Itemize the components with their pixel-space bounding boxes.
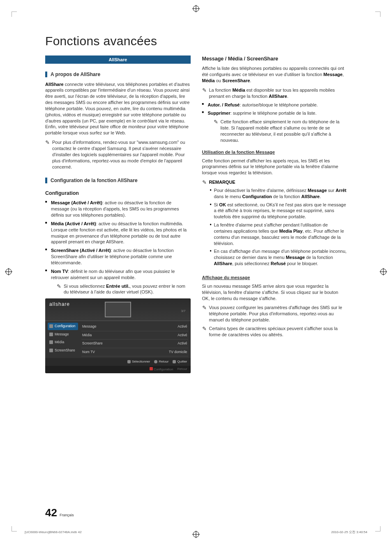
allshare-sidebar: Configuration Message Média ScreenShare xyxy=(48,323,78,356)
heading-bar-icon xyxy=(45,178,47,183)
enter-icon xyxy=(127,360,131,363)
note-icon: ✎ xyxy=(202,305,207,323)
config-item-screenshare: ScreenShare (Activé / Arrêt): active ou … xyxy=(45,247,191,266)
note-icon: ✎ xyxy=(45,139,50,170)
section-pill-allshare: AllShare xyxy=(45,55,191,64)
note-icon: ✎ xyxy=(57,283,61,296)
registration-mark-right xyxy=(380,268,387,275)
page-number: 42 Français xyxy=(45,506,74,520)
return-icon xyxy=(154,360,157,363)
sidebar-item-media[interactable]: Média xyxy=(48,339,78,346)
note-icon: ✎ xyxy=(202,179,207,269)
heading-utilisation-message: Utilisation de la fonction Message xyxy=(202,149,348,155)
table-row[interactable]: MessageActivé xyxy=(81,323,188,331)
about-paragraph: AllShare connecte votre téléviseur, vos … xyxy=(45,81,191,136)
affichage-para: Si un nouveau message SMS arrive alors q… xyxy=(202,283,348,302)
message-icon xyxy=(49,333,53,336)
red-button-icon xyxy=(150,367,153,370)
return-hint: Retour xyxy=(177,367,187,372)
red-button-hint: Configuration xyxy=(150,367,173,372)
note-affichage-2: ✎ Certains types de caractères spéciaux … xyxy=(202,326,348,338)
right-intro: Affiche la liste des téléphones portable… xyxy=(202,65,348,84)
remarque-item: Si OK est sélectionné, ou OKs'il ne l'es… xyxy=(209,202,348,220)
heading-about-allshare: A propos de AllShare xyxy=(45,71,191,78)
crop-mark xyxy=(375,12,380,17)
allshare-logo: allshare xyxy=(49,301,70,307)
remarque-item: En cas d'affichage d'un message d'un tél… xyxy=(209,248,348,267)
registration-mark-left xyxy=(5,268,12,275)
sidebar-item-message[interactable]: Message xyxy=(48,331,78,338)
heading-bar-icon xyxy=(45,72,47,77)
note-icon: ✎ xyxy=(202,87,207,99)
config-item-message: Message (Activé / Arrêt): active ou désa… xyxy=(45,200,191,218)
print-timestamp: 2010-02-25 오전 3:40:54 xyxy=(331,530,367,535)
table-row[interactable]: MédiaActivé xyxy=(81,331,188,340)
note-more-info: ✎ Pour plus d'informations, rendez-vous … xyxy=(45,139,191,170)
config-item-media: Média (Activé / Arrêt): active ou désact… xyxy=(45,221,191,245)
remarque-label: REMARQUE xyxy=(209,180,235,185)
allshare-footer: Sélectionner Retour Quitter xyxy=(45,358,191,366)
crop-mark xyxy=(12,12,17,17)
allshare-settings-table: MessageActivé MédiaActivé ScreenShareAct… xyxy=(81,323,188,356)
item-autor-refuse: Autor. / Refusé: autorise/bloque le télé… xyxy=(202,102,348,108)
config-item-nom-tv: Nom TV: définit le nom du téléviseur afi… xyxy=(45,268,191,295)
use-msg-para: Cette fonction permet d'afficher les app… xyxy=(202,158,348,176)
page-title: Fonctions avancées xyxy=(45,33,347,50)
heading-message-media-screenshare: Message / Média / ScreenShare xyxy=(202,55,348,62)
note-entree-util: ✎ Si vous sélectionnez Entrée util., vou… xyxy=(57,283,191,296)
screenshare-icon xyxy=(49,349,53,352)
item-supprimer: Supprimer: supprime le téléphone portabl… xyxy=(202,110,348,143)
media-icon xyxy=(49,340,53,344)
note-affichage-1: ✎ Vous pouvez configurer les paramètres … xyxy=(202,305,348,323)
allshare-settings-screenshot: allshare 3/7 Configuration Message Média… xyxy=(45,298,191,373)
print-file: [UC6000-Weuro]BN68-02748A.indb 42 xyxy=(25,530,82,535)
remarque-item: La fenêtre d'alarme peut s'afficher pend… xyxy=(209,222,348,246)
exit-button-hint: Quitter xyxy=(173,360,187,364)
note-icon: ✎ xyxy=(202,326,207,338)
heading-affichage-message: Affichage du message xyxy=(202,275,348,281)
registration-mark-top xyxy=(192,5,200,12)
table-row[interactable]: Nom TVTV domicile xyxy=(81,348,188,356)
sidebar-item-configuration[interactable]: Configuration xyxy=(48,323,78,330)
exit-icon xyxy=(173,360,176,363)
note-media-available: ✎ La fonction Média est disponible sur t… xyxy=(202,87,348,99)
table-row[interactable]: ScreenShareActivé xyxy=(81,340,188,348)
sidebar-item-screenshare[interactable]: ScreenShare xyxy=(48,347,78,354)
allshare-counter: 3/7 xyxy=(181,309,185,314)
gear-icon xyxy=(49,324,53,328)
remarque-list: Pour désactiver la fenêtre d'alarme, déf… xyxy=(209,187,348,267)
allshare-footer-secondary: Configuration Retour xyxy=(45,366,191,373)
tv-icon xyxy=(105,302,131,317)
remarque-item: Pour désactiver la fenêtre d'alarme, déf… xyxy=(209,187,348,200)
remarque-block: ✎ REMARQUE Pour désactiver la fenêtre d'… xyxy=(202,179,348,269)
enter-button-hint: Sélectionner xyxy=(127,360,150,364)
note-supprimer: ✎ Cette fonction efface simplement le no… xyxy=(214,119,348,143)
heading-config-allshare: Configuration de la fonction AllShare xyxy=(45,177,191,184)
print-footer: [UC6000-Weuro]BN68-02748A.indb 42 2010-0… xyxy=(25,530,367,535)
crop-mark xyxy=(375,526,380,531)
note-icon: ✎ xyxy=(214,119,218,143)
crop-mark xyxy=(12,526,17,531)
heading-configuration: Configuration xyxy=(45,190,191,197)
return-button-hint: Retour xyxy=(154,360,168,364)
